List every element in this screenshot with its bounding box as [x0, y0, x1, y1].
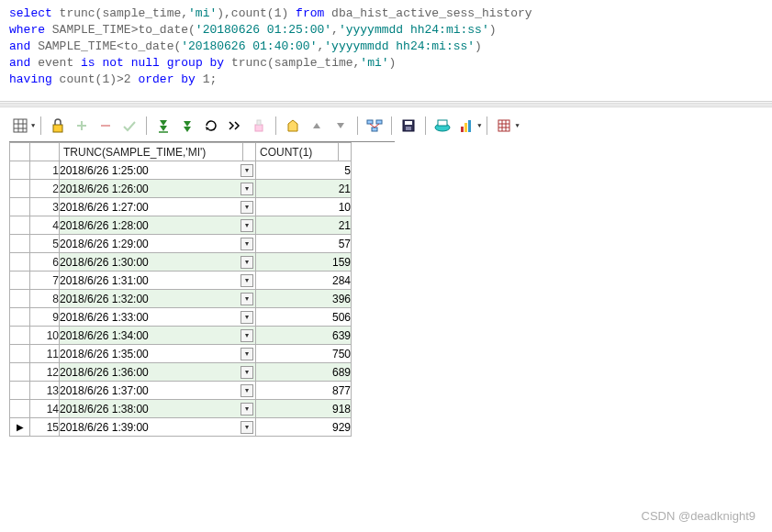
export-button[interactable]	[493, 116, 515, 136]
cell-dropdown-icon[interactable]: ▾	[241, 329, 253, 342]
row-number: 6	[30, 253, 60, 272]
grid-options-button[interactable]	[9, 116, 31, 136]
add-row-button[interactable]	[71, 116, 93, 136]
cell-dropdown-icon[interactable]: ▾	[241, 384, 253, 397]
save-button[interactable]	[397, 116, 420, 136]
cell-trunc-time[interactable]: 2018/6/26 1:33:00▾	[60, 308, 256, 327]
svg-rect-19	[406, 127, 411, 130]
cell-count[interactable]: 506	[256, 308, 352, 327]
cell-dropdown-icon[interactable]: ▾	[241, 201, 253, 214]
watermark: CSDN @deadknight9	[642, 509, 755, 523]
cell-dropdown-icon[interactable]: ▾	[241, 293, 253, 305]
cell-trunc-time[interactable]: 2018/6/26 1:27:00▾	[60, 198, 256, 216]
svg-rect-24	[468, 120, 471, 132]
cell-count[interactable]: 10	[256, 198, 352, 216]
pane-divider[interactable]	[0, 101, 772, 108]
row-indicator	[10, 363, 30, 382]
cell-dropdown-icon[interactable]: ▾	[241, 256, 253, 269]
delete-row-button[interactable]	[95, 116, 117, 136]
table-row[interactable]: 102018/6/26 1:34:00▾639	[10, 327, 352, 345]
cell-trunc-time[interactable]: 2018/6/26 1:26:00▾	[60, 180, 256, 198]
cell-dropdown-icon[interactable]: ▾	[241, 219, 253, 232]
lock-button[interactable]	[47, 116, 69, 136]
fetch-first-button[interactable]	[152, 116, 174, 136]
nav-down-button[interactable]	[330, 116, 352, 136]
sort-handle[interactable]	[243, 143, 256, 161]
cell-trunc-time[interactable]: 2018/6/26 1:34:00▾	[60, 327, 256, 345]
commit-button[interactable]	[118, 116, 140, 136]
sql-editor[interactable]: select trunc(sample_time,'mi'),count(1) …	[0, 0, 772, 97]
table-row[interactable]: 142018/6/26 1:38:00▾918	[10, 400, 352, 418]
table-row[interactable]: 42018/6/26 1:28:00▾21	[10, 216, 352, 235]
cell-count[interactable]: 159	[256, 253, 352, 272]
cell-trunc-time[interactable]: 2018/6/26 1:37:00▾	[60, 382, 256, 400]
table-row[interactable]: 82018/6/26 1:32:00▾396	[10, 290, 352, 308]
table-row[interactable]: ▶152018/6/26 1:39:00▾929	[10, 418, 352, 437]
table-row[interactable]: 112018/6/26 1:35:00▾750	[10, 345, 352, 363]
cell-trunc-time[interactable]: 2018/6/26 1:35:00▾	[60, 345, 256, 363]
cell-trunc-time[interactable]: 2018/6/26 1:36:00▾	[60, 363, 256, 382]
row-indicator	[10, 272, 30, 290]
cell-dropdown-icon[interactable]: ▾	[241, 238, 253, 250]
row-number: 7	[30, 272, 60, 290]
svg-rect-12	[367, 120, 373, 124]
cell-trunc-time[interactable]: 2018/6/26 1:28:00▾	[60, 216, 256, 235]
cell-dropdown-icon[interactable]: ▾	[241, 311, 253, 324]
table-row[interactable]: 22018/6/26 1:26:00▾21	[10, 180, 352, 198]
cell-trunc-time[interactable]: 2018/6/26 1:31:00▾	[60, 272, 256, 290]
row-indicator	[10, 382, 30, 400]
svg-rect-11	[257, 120, 261, 125]
cell-dropdown-icon[interactable]: ▾	[241, 421, 253, 434]
cell-count[interactable]: 396	[256, 290, 352, 308]
cell-count[interactable]: 21	[256, 180, 352, 198]
chevron-down-icon[interactable]: ▼	[477, 122, 481, 129]
clear-button[interactable]	[248, 116, 270, 136]
row-indicator	[10, 308, 30, 327]
table-row[interactable]: 92018/6/26 1:33:00▾506	[10, 308, 352, 327]
chevron-down-icon[interactable]: ▼	[31, 122, 35, 129]
sort-handle[interactable]	[339, 143, 352, 161]
cell-trunc-time[interactable]: 2018/6/26 1:30:00▾	[60, 253, 256, 272]
table-row[interactable]: 32018/6/26 1:27:00▾10	[10, 198, 352, 216]
table-row[interactable]: 72018/6/26 1:31:00▾284	[10, 272, 352, 290]
cell-trunc-time[interactable]: 2018/6/26 1:29:00▾	[60, 235, 256, 253]
cell-dropdown-icon[interactable]: ▾	[241, 366, 253, 379]
cell-count[interactable]: 57	[256, 235, 352, 253]
cell-trunc-time[interactable]: 2018/6/26 1:39:00▾	[60, 418, 256, 437]
cell-count[interactable]: 639	[256, 327, 352, 345]
cell-dropdown-icon[interactable]: ▾	[241, 348, 253, 360]
cell-count[interactable]: 750	[256, 345, 352, 363]
chevron-down-icon[interactable]: ▼	[515, 122, 519, 129]
cell-count[interactable]: 689	[256, 363, 352, 382]
cell-trunc-time[interactable]: 2018/6/26 1:38:00▾	[60, 400, 256, 418]
cell-count[interactable]: 877	[256, 382, 352, 400]
column-header-count[interactable]: COUNT(1)	[256, 143, 339, 161]
single-record-button[interactable]	[282, 116, 304, 136]
cell-trunc-time[interactable]: 2018/6/26 1:32:00▾	[60, 290, 256, 308]
results-grid[interactable]: TRUNC(SAMPLE_TIME,'MI') COUNT(1) 12018/6…	[9, 141, 395, 437]
cell-dropdown-icon[interactable]: ▾	[241, 403, 253, 416]
linked-query-button[interactable]	[364, 116, 386, 136]
row-indicator	[10, 400, 30, 418]
nav-up-button[interactable]	[306, 116, 328, 136]
table-row[interactable]: 62018/6/26 1:30:00▾159	[10, 253, 352, 272]
cell-count[interactable]: 929	[256, 418, 352, 437]
cell-count[interactable]: 284	[256, 272, 352, 290]
table-row[interactable]: 132018/6/26 1:37:00▾877	[10, 382, 352, 400]
cell-count[interactable]: 5	[256, 161, 352, 180]
table-row[interactable]: 12018/6/26 1:25:00▾5	[10, 161, 352, 180]
cell-dropdown-icon[interactable]: ▾	[241, 274, 253, 287]
column-header-trunc[interactable]: TRUNC(SAMPLE_TIME,'MI')	[60, 143, 243, 161]
cell-count[interactable]: 21	[256, 216, 352, 235]
print-button[interactable]	[431, 116, 453, 136]
cell-count[interactable]: 918	[256, 400, 352, 418]
cell-trunc-time[interactable]: 2018/6/26 1:25:00▾	[60, 161, 256, 180]
cell-dropdown-icon[interactable]: ▾	[241, 183, 253, 195]
chart-button[interactable]	[455, 116, 477, 136]
fetch-next-button[interactable]	[176, 116, 198, 136]
refresh-button[interactable]	[200, 116, 222, 136]
table-row[interactable]: 122018/6/26 1:36:00▾689	[10, 363, 352, 382]
find-button[interactable]	[224, 116, 246, 136]
table-row[interactable]: 52018/6/26 1:29:00▾57	[10, 235, 352, 253]
cell-dropdown-icon[interactable]: ▾	[241, 164, 253, 177]
